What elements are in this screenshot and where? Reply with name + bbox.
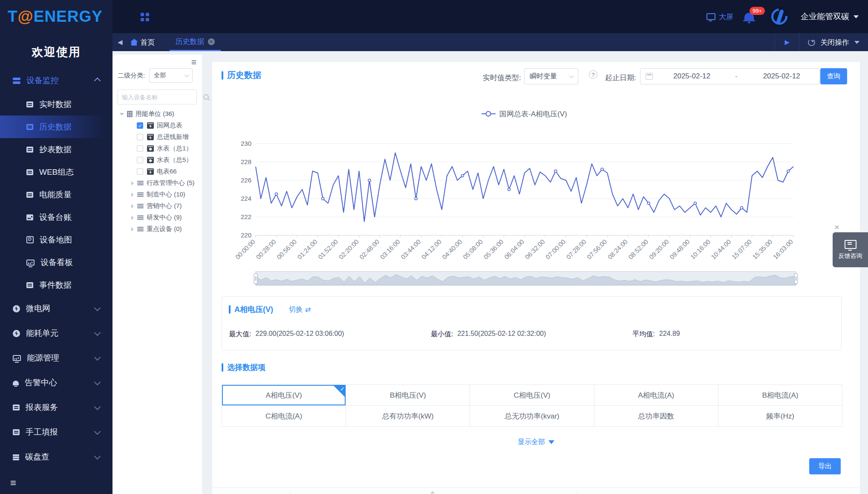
- close-operations-dropdown[interactable]: 关闭操作: [799, 33, 868, 51]
- data-item-1[interactable]: B相电压(V): [346, 385, 470, 405]
- checkbox-unchecked[interactable]: [137, 168, 143, 175]
- max-label: 最大值:: [229, 330, 251, 339]
- tree-item-1[interactable]: ✓国网总表: [112, 120, 202, 131]
- checkbox-unchecked[interactable]: [137, 134, 143, 140]
- sidebar-item-12[interactable]: 能源管理: [0, 346, 112, 370]
- sidebar-item-15[interactable]: 手工填报: [0, 420, 112, 445]
- search-input[interactable]: [118, 94, 203, 101]
- data-item-7[interactable]: 总无功功率(kvar): [470, 406, 594, 426]
- tree-item-0[interactable]: 用能单位 (36): [112, 108, 202, 120]
- feedback-icon: [845, 240, 856, 249]
- header-bar: [229, 305, 231, 314]
- slider-handle[interactable]: [794, 274, 798, 284]
- book-icon: [26, 169, 33, 175]
- caret-right-icon[interactable]: [131, 193, 134, 197]
- sidebar-item-3[interactable]: 抄表数据: [0, 138, 112, 161]
- tree-item-5[interactable]: 电表66: [112, 166, 202, 177]
- export-button[interactable]: 导出: [809, 458, 841, 474]
- data-item-5[interactable]: C相电流(A): [222, 406, 346, 426]
- notifications-button[interactable]: 99+: [744, 13, 754, 20]
- sidebar-item-10[interactable]: 微电网: [0, 296, 112, 321]
- avatar[interactable]: [769, 6, 790, 27]
- sidebar-item-13[interactable]: 告警中心: [0, 370, 112, 395]
- tree-item-4[interactable]: 水表（总5）: [112, 154, 202, 166]
- x-axis-label: 16:03:00: [772, 238, 794, 260]
- realtime-type-select[interactable]: 瞬时变量: [524, 68, 578, 84]
- sidebar-item-14[interactable]: 报表服务: [0, 395, 112, 420]
- sidebar-item-11[interactable]: 能耗单元: [0, 321, 112, 346]
- y-axis-label: 222: [241, 213, 251, 220]
- tab-history-data[interactable]: 历史数据 ×: [170, 33, 221, 51]
- tree-item-label: 电表66: [157, 168, 177, 176]
- datazoom-slider[interactable]: [254, 272, 798, 286]
- sidebar-item-4[interactable]: WEB组态: [0, 161, 112, 183]
- big-screen-button[interactable]: 大屏: [707, 12, 733, 22]
- sidebar-item-16[interactable]: 碳盘查: [0, 445, 112, 469]
- tree-item-6[interactable]: 行政管理中心 (5): [112, 177, 202, 189]
- data-item-label: B相电压(V): [390, 390, 426, 400]
- caret-right-icon[interactable]: [131, 227, 134, 231]
- big-screen-label: 大屏: [719, 12, 733, 22]
- sidebar-item-5[interactable]: 电能质量: [0, 183, 112, 206]
- caret-down-icon[interactable]: [120, 113, 124, 116]
- caret-right-icon[interactable]: [131, 216, 134, 220]
- tlayers-icon: [137, 204, 144, 205]
- caret-right-icon[interactable]: [131, 204, 134, 208]
- query-button[interactable]: 查询: [820, 68, 847, 84]
- data-item-2[interactable]: C相电压(V): [470, 385, 594, 405]
- data-item-8[interactable]: 总功率因数: [594, 406, 718, 426]
- collapse-sidebar-button[interactable]: ≡: [10, 478, 16, 488]
- sidebar-item-7[interactable]: 设备地图: [0, 228, 112, 251]
- tree-item-2[interactable]: 总进线新增: [112, 131, 202, 143]
- chart-legend[interactable]: 国网总表-A相电压(V): [482, 110, 567, 118]
- tlayers-icon: [137, 227, 144, 228]
- help-icon[interactable]: ?: [589, 70, 597, 79]
- tree-item-7[interactable]: 制造中心 (10): [112, 189, 202, 200]
- x-axis-label: 00:00:00: [234, 238, 257, 260]
- min-label: 最小值:: [431, 330, 453, 339]
- sidebar-item-9[interactable]: 事件数据: [0, 274, 112, 296]
- logo-t: T: [8, 8, 18, 25]
- data-item-6[interactable]: 总有功功率(kW): [346, 406, 470, 426]
- org-dropdown[interactable]: 企业能管双碳: [801, 11, 859, 22]
- y-axis-label: 220: [241, 231, 251, 239]
- y-axis-label: 224: [241, 195, 251, 202]
- sidebar-item-2[interactable]: 历史数据: [0, 116, 112, 138]
- tree-item-label: 行政管理中心 (5): [147, 179, 195, 187]
- tree-item-8[interactable]: 营销中心 (7): [112, 200, 202, 212]
- sidebar-item-8[interactable]: 设备看板: [0, 251, 112, 274]
- nav-back-button[interactable]: ◀: [112, 33, 128, 51]
- data-item-4[interactable]: B相电流(A): [718, 385, 842, 405]
- data-item-3[interactable]: A相电流(A): [594, 385, 718, 405]
- sidebar-item-label: 设备台账: [39, 212, 72, 223]
- refresh-icon[interactable]: [808, 39, 815, 46]
- tab-close-icon[interactable]: ×: [208, 38, 215, 45]
- checkbox-unchecked[interactable]: [137, 157, 143, 163]
- slider-handle[interactable]: [254, 274, 257, 284]
- tree-item-9[interactable]: 研发中心 (9): [112, 212, 202, 223]
- nav-forward-button[interactable]: ▶: [775, 33, 799, 51]
- tab-home[interactable]: 首页: [128, 33, 164, 51]
- feedback-close-icon[interactable]: ×: [834, 222, 839, 232]
- data-item-0[interactable]: A相电压(V)✓: [222, 385, 346, 405]
- show-all-button[interactable]: 显示全部: [212, 438, 860, 447]
- caret-right-icon[interactable]: [131, 181, 134, 185]
- feedback-button[interactable]: 反馈咨询: [833, 232, 868, 267]
- checkbox-unchecked[interactable]: [137, 145, 143, 152]
- switch-metric-button[interactable]: 切换: [289, 305, 311, 314]
- apps-grid-icon[interactable]: [141, 13, 144, 16]
- tree-item-label: 重点设备 (0): [147, 225, 182, 233]
- x-axis-label: 05:08:00: [461, 238, 484, 260]
- calendar-icon: [646, 73, 653, 80]
- sidebar-item-6[interactable]: 设备台账: [0, 206, 112, 228]
- checkbox-checked[interactable]: ✓: [137, 122, 143, 129]
- sidebar-item-0[interactable]: 设备监控: [0, 68, 112, 93]
- sidebar-item-1[interactable]: 实时数据: [0, 93, 112, 116]
- data-item-9[interactable]: 频率(Hz): [718, 406, 842, 426]
- panel-menu-icon[interactable]: ≡: [191, 57, 196, 67]
- tree-item-3[interactable]: 水表（总1）: [112, 143, 202, 154]
- category-select[interactable]: 全部: [149, 68, 193, 83]
- date-range-picker[interactable]: 2025-02-12 - 2025-02-12: [640, 68, 820, 84]
- x-axis-label: 10:16:00: [689, 238, 712, 260]
- tree-item-10[interactable]: 重点设备 (0): [112, 223, 202, 235]
